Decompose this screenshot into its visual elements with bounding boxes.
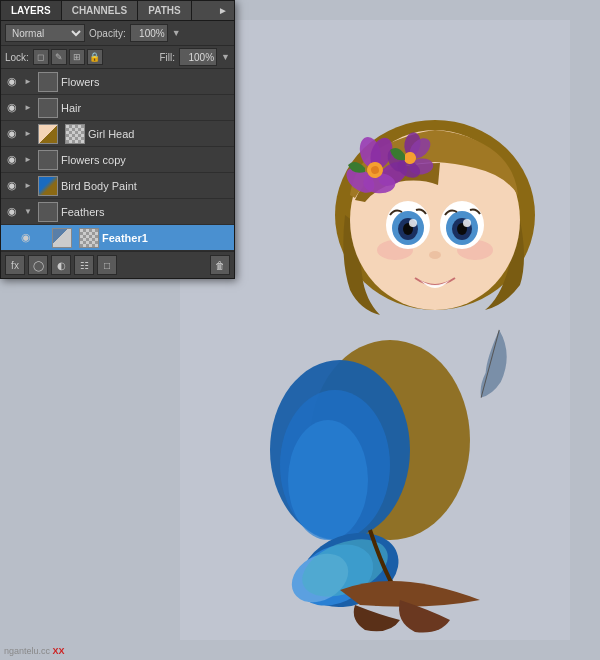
lock-icons: ◻ ✎ ⊞ 🔒 <box>33 49 103 65</box>
thumb-wrap <box>49 228 102 248</box>
opacity-arrow[interactable]: ▼ <box>172 28 181 38</box>
tab-channels[interactable]: CHANNELS <box>62 1 139 20</box>
layer-name: Bird Body Paint <box>61 180 232 192</box>
layer-thumbnail <box>38 124 58 144</box>
layer-name: Flowers copy <box>61 154 232 166</box>
layer-name: Hair <box>61 102 232 114</box>
watermark-suffix: XX <box>53 646 65 656</box>
canvas-area: LAYERS CHANNELS PATHS ► Normal Multiply … <box>0 0 600 660</box>
expand-icon[interactable] <box>35 231 49 245</box>
fill-label: Fill: <box>160 52 176 63</box>
layers-list[interactable]: ◉ ► Flowers ◉ ► Hair ◉ ► Girl Head <box>1 69 234 251</box>
layer-thumbnail <box>38 176 58 196</box>
layer-name: Feathers <box>61 206 232 218</box>
layer-row[interactable]: ◉ ► Flowers <box>1 69 234 95</box>
layer-row[interactable]: ◉ ► Flowers copy <box>1 147 234 173</box>
lock-label: Lock: <box>5 52 29 63</box>
layer-row[interactable]: ◉ ▼ Feathers <box>1 199 234 225</box>
layer-mask-thumbnail <box>65 124 85 144</box>
watermark-text: ngantelu.cc <box>4 646 50 656</box>
opacity-input[interactable] <box>130 24 168 42</box>
tab-bar: LAYERS CHANNELS PATHS ► <box>1 1 234 21</box>
layer-thumbnail <box>38 98 58 118</box>
expand-icon[interactable]: ► <box>21 153 35 167</box>
expand-icon[interactable]: ▼ <box>21 205 35 219</box>
watermark: ngantelu.cc XX <box>4 646 65 656</box>
lock-transparent-btn[interactable]: ◻ <box>33 49 49 65</box>
lock-row: Lock: ◻ ✎ ⊞ 🔒 Fill: ▼ <box>1 46 234 69</box>
layer-thumbnail <box>52 228 72 248</box>
eye-icon[interactable]: ◉ <box>3 99 21 117</box>
layer-row[interactable]: ◉ ► Girl Head <box>1 121 234 147</box>
expand-icon[interactable]: ► <box>21 101 35 115</box>
layer-mask-thumbnail <box>79 228 99 248</box>
layer-row[interactable]: ◉ ► Hair <box>1 95 234 121</box>
svg-point-24 <box>429 251 441 259</box>
eye-icon[interactable]: ◉ <box>3 125 21 143</box>
layer-name: Feather1 <box>102 232 232 244</box>
layer-name: Flowers <box>61 76 232 88</box>
tab-layers[interactable]: LAYERS <box>1 1 62 20</box>
layer-thumbnail <box>38 202 58 222</box>
expand-icon[interactable]: ► <box>21 75 35 89</box>
fill-arrow[interactable]: ▼ <box>221 52 230 62</box>
eye-icon[interactable]: ◉ <box>3 73 21 91</box>
layer-fx-button[interactable]: fx <box>5 255 25 275</box>
svg-point-18 <box>409 219 417 227</box>
layer-thumbnail <box>38 150 58 170</box>
add-mask-button[interactable]: ◯ <box>28 255 48 275</box>
lock-all-btn[interactable]: 🔒 <box>87 49 103 65</box>
panel-menu-arrow[interactable]: ► <box>212 1 234 20</box>
tab-paths[interactable]: PATHS <box>138 1 191 20</box>
eye-icon[interactable]: ◉ <box>17 229 35 247</box>
artwork-canvas <box>180 20 570 640</box>
layer-thumbnail <box>38 72 58 92</box>
delete-layer-button[interactable]: 🗑 <box>210 255 230 275</box>
blend-mode-select[interactable]: Normal Multiply Screen <box>5 24 85 42</box>
svg-point-4 <box>288 420 368 540</box>
layers-bottom-toolbar: fx ◯ ◐ ☷ □ 🗑 <box>1 251 234 278</box>
lock-move-btn[interactable]: ⊞ <box>69 49 85 65</box>
lock-paint-btn[interactable]: ✎ <box>51 49 67 65</box>
opacity-label: Opacity: <box>89 28 126 39</box>
layer-name: Girl Head <box>88 128 232 140</box>
expand-icon[interactable]: ► <box>21 179 35 193</box>
fill-input[interactable] <box>179 48 217 66</box>
svg-point-23 <box>463 219 471 227</box>
expand-icon[interactable]: ► <box>21 127 35 141</box>
new-group-button[interactable]: ☷ <box>74 255 94 275</box>
eye-icon[interactable]: ◉ <box>3 177 21 195</box>
layer-row-feather1[interactable]: ◉ Feather1 <box>1 225 234 251</box>
eye-icon[interactable]: ◉ <box>3 151 21 169</box>
new-adjustment-button[interactable]: ◐ <box>51 255 71 275</box>
layers-panel: LAYERS CHANNELS PATHS ► Normal Multiply … <box>0 0 235 279</box>
thumb-wrap <box>35 124 88 144</box>
eye-icon[interactable]: ◉ <box>3 203 21 221</box>
layer-row[interactable]: ◉ ► Bird Body Paint <box>1 173 234 199</box>
new-layer-button[interactable]: □ <box>97 255 117 275</box>
blend-mode-row: Normal Multiply Screen Opacity: ▼ <box>1 21 234 46</box>
